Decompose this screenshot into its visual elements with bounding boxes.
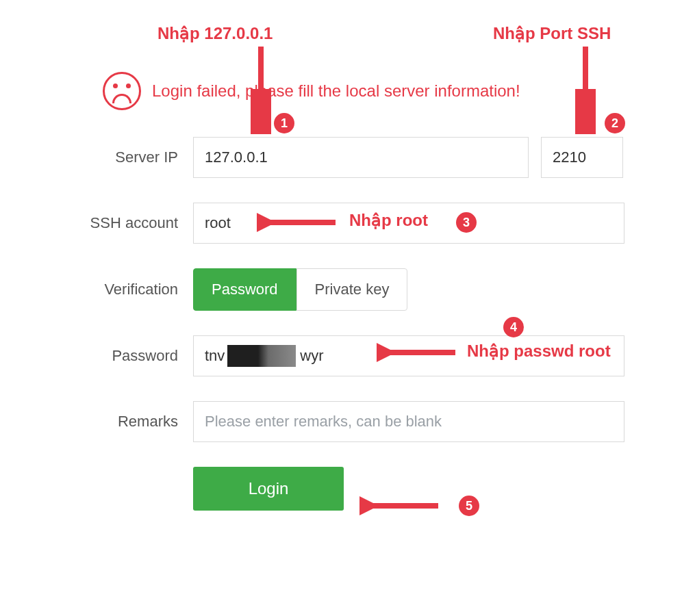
- label-ssh-account: SSH account: [41, 214, 193, 232]
- row-ssh-account: SSH account: [41, 203, 644, 244]
- arrow-down-icon: [575, 47, 596, 134]
- row-server-ip: Server IP: [41, 137, 644, 178]
- login-error: Login failed, please fill the local serv…: [103, 72, 520, 110]
- label-verification: Verification: [41, 281, 193, 298]
- server-login-form: Server IP SSH account Verification Passw…: [41, 137, 644, 535]
- label-remarks: Remarks: [41, 413, 193, 431]
- row-verification: Verification Password Private key: [41, 268, 644, 311]
- ssh-port-input[interactable]: [541, 137, 623, 178]
- server-ip-input[interactable]: [193, 137, 529, 178]
- label-server-ip: Server IP: [41, 149, 193, 166]
- tab-private-key[interactable]: Private key: [296, 268, 408, 311]
- verification-tabs: Password Private key: [193, 268, 407, 311]
- row-password: Password tnv wyr: [41, 335, 644, 376]
- row-submit: Login: [41, 467, 644, 511]
- ssh-account-input[interactable]: [193, 203, 624, 244]
- password-suffix: wyr: [300, 347, 323, 365]
- annotation-port-hint: Nhập Port SSH: [493, 24, 611, 43]
- login-error-message: Login failed, please fill the local serv…: [152, 81, 520, 101]
- step-badge-2: 2: [605, 113, 625, 133]
- password-input[interactable]: tnv wyr: [193, 335, 624, 376]
- row-remarks: Remarks: [41, 401, 644, 442]
- tab-password[interactable]: Password: [193, 268, 296, 311]
- password-prefix: tnv: [205, 347, 225, 365]
- login-button[interactable]: Login: [193, 467, 344, 511]
- label-password: Password: [41, 347, 193, 365]
- sad-face-icon: [103, 72, 141, 110]
- remarks-input[interactable]: [193, 401, 624, 442]
- step-badge-1: 1: [274, 113, 294, 133]
- annotation-ip-hint: Nhập 127.0.0.1: [157, 24, 273, 43]
